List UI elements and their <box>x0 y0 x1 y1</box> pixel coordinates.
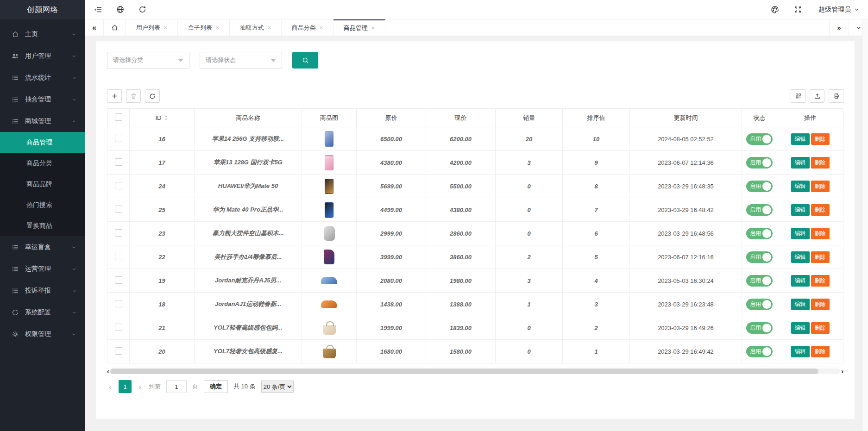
submenu-item-swap-product[interactable]: 置换商品 <box>0 215 85 236</box>
tab-product-category[interactable]: 商品分类 × <box>282 19 333 36</box>
row-checkbox[interactable] <box>115 276 122 284</box>
tab-user-list[interactable]: 用户列表 × <box>126 19 178 36</box>
horizontal-scrollbar[interactable]: ‹ › <box>107 368 843 375</box>
columns-toggle-button[interactable] <box>791 89 805 103</box>
edit-button[interactable]: 编辑 <box>791 346 810 357</box>
select-all-checkbox[interactable] <box>115 113 122 121</box>
submenu-item-hot-search[interactable]: 热门搜索 <box>0 194 85 215</box>
close-icon[interactable]: × <box>164 24 168 31</box>
next-page-button[interactable]: › <box>137 383 143 391</box>
delete-button[interactable]: 删除 <box>811 181 830 192</box>
tab-home[interactable] <box>104 19 126 36</box>
sidebar-item-mall-mgmt[interactable]: 商城管理 <box>0 110 85 132</box>
submenu-item-product-brand[interactable]: 商品品牌 <box>0 174 85 194</box>
sidebar-item-operation-mgmt[interactable]: 运营管理 <box>0 258 85 280</box>
current-page-button[interactable]: 1 <box>119 380 132 393</box>
sidebar-item-flow-stats[interactable]: 流水统计 <box>0 67 85 88</box>
prev-page-button[interactable]: ‹ <box>107 383 113 391</box>
row-checkbox[interactable] <box>115 135 122 142</box>
tabs-scroll-right-button[interactable]: » <box>829 19 849 36</box>
sidebar-item-system-config[interactable]: 系统配置 <box>0 301 85 323</box>
close-icon[interactable]: × <box>371 25 375 31</box>
row-checkbox[interactable] <box>115 347 122 355</box>
status-toggle[interactable]: 启用 <box>746 204 773 216</box>
goto-page-input[interactable] <box>166 380 187 393</box>
user-menu[interactable]: 超级管理员 <box>818 6 860 14</box>
tab-box-list[interactable]: 盒子列表 × <box>178 19 230 36</box>
tab-draw-method[interactable]: 抽取方式 × <box>230 19 282 36</box>
edit-button[interactable]: 编辑 <box>791 228 810 239</box>
fullscreen-icon[interactable] <box>793 5 803 14</box>
row-checkbox[interactable] <box>115 253 122 260</box>
sidebar-item-permission-mgmt[interactable]: 权限管理 <box>0 323 85 345</box>
delete-button[interactable]: 删除 <box>811 275 830 287</box>
sidebar-item-complaint-report[interactable]: 投诉举报 <box>0 280 85 301</box>
refresh-icon[interactable] <box>138 5 147 14</box>
batch-delete-button[interactable] <box>126 89 141 103</box>
edit-button[interactable]: 编辑 <box>791 322 810 334</box>
edit-button[interactable]: 编辑 <box>791 251 810 263</box>
refresh-table-button[interactable] <box>145 89 160 103</box>
close-icon[interactable]: × <box>216 24 220 31</box>
theme-palette-icon[interactable] <box>770 5 780 14</box>
delete-button[interactable]: 删除 <box>811 346 830 357</box>
row-checkbox[interactable] <box>115 182 122 189</box>
status-toggle[interactable]: 启用 <box>746 299 773 310</box>
delete-button[interactable]: 删除 <box>811 157 830 169</box>
delete-button[interactable]: 删除 <box>811 204 830 216</box>
delete-button[interactable]: 删除 <box>811 322 830 334</box>
sales-count: 0 <box>527 325 530 331</box>
sidebar-item-box-mgmt[interactable]: 抽盒管理 <box>0 88 85 110</box>
sidebar-item-home[interactable]: 主页 <box>0 23 85 45</box>
delete-button[interactable]: 删除 <box>811 299 830 310</box>
sidebar-item-lucky-box[interactable]: 幸运盲盒 <box>0 236 85 258</box>
page-size-select[interactable]: 20 条/页 <box>261 381 294 393</box>
row-checkbox[interactable] <box>115 324 122 331</box>
row-checkbox[interactable] <box>115 229 122 237</box>
pagination: ‹ 1 › 到第 页 确定 共 10 条 20 条/页 <box>107 380 843 393</box>
export-button[interactable] <box>810 89 824 103</box>
edit-button[interactable]: 编辑 <box>791 204 810 216</box>
search-button[interactable] <box>292 52 318 69</box>
status-toggle[interactable]: 启用 <box>746 346 773 357</box>
close-icon[interactable]: × <box>320 24 323 31</box>
confirm-page-button[interactable]: 确定 <box>204 380 228 393</box>
print-button[interactable] <box>829 89 843 103</box>
status-toggle[interactable]: 启用 <box>746 181 773 192</box>
sort-icon[interactable] <box>164 115 169 121</box>
delete-button[interactable]: 删除 <box>811 251 830 263</box>
edit-button[interactable]: 编辑 <box>791 181 810 192</box>
scroll-right-icon[interactable]: › <box>841 368 843 375</box>
sidebar-toggle-icon[interactable] <box>94 5 103 14</box>
row-checkbox[interactable] <box>115 300 122 307</box>
row-checkbox[interactable] <box>115 206 122 213</box>
status-toggle[interactable]: 启用 <box>746 228 773 239</box>
close-icon[interactable]: × <box>268 24 271 31</box>
status-select[interactable]: 请选择状态 <box>200 52 282 69</box>
scrollbar-thumb[interactable] <box>110 369 818 374</box>
category-select[interactable]: 请选择分类 <box>107 52 189 69</box>
submenu-item-product-mgmt[interactable]: 商品管理 <box>0 132 85 153</box>
tabs-scroll-left-button[interactable]: « <box>85 19 104 36</box>
submenu-item-product-category[interactable]: 商品分类 <box>0 153 85 174</box>
edit-button[interactable]: 编辑 <box>791 299 810 310</box>
sidebar-item-users[interactable]: 用户管理 <box>0 45 85 67</box>
delete-button[interactable]: 删除 <box>811 133 830 145</box>
tab-product-mgmt[interactable]: 商品管理 × <box>333 19 385 36</box>
status-toggle[interactable]: 启用 <box>746 322 773 334</box>
row-checkbox[interactable] <box>115 158 122 166</box>
scrollbar-track[interactable] <box>110 369 841 374</box>
toggle-knob <box>762 253 771 262</box>
delete-button[interactable]: 删除 <box>811 228 830 239</box>
status-toggle[interactable]: 启用 <box>746 275 773 287</box>
status-toggle[interactable]: 启用 <box>746 251 773 263</box>
globe-icon[interactable] <box>116 5 125 14</box>
status-toggle[interactable]: 启用 <box>746 157 773 169</box>
edit-button[interactable]: 编辑 <box>791 157 810 169</box>
status-toggle[interactable]: 启用 <box>746 133 773 145</box>
vertical-scrollbar[interactable] <box>862 19 868 431</box>
edit-button[interactable]: 编辑 <box>791 133 810 145</box>
edit-button[interactable]: 编辑 <box>791 275 810 287</box>
scroll-left-icon[interactable]: ‹ <box>107 368 109 375</box>
add-button[interactable] <box>107 89 122 103</box>
